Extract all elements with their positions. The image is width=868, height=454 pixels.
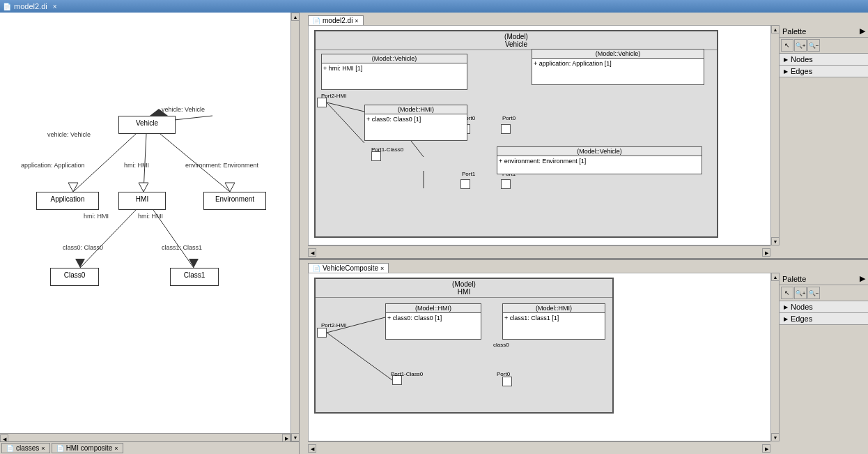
palette-nodes-section2[interactable]: ▶ Nodes xyxy=(780,301,868,313)
top-scroll-left[interactable]: ◀ xyxy=(308,248,316,257)
bottom-scroll-track xyxy=(316,444,762,453)
bottom-scrollbar-v[interactable]: ▲ ▼ xyxy=(770,273,779,441)
bottom-model-title: (Model) HMI xyxy=(316,279,612,298)
class-diagram-area: vehicle: Vehicle vehicle: Vehicle applic… xyxy=(0,13,299,441)
node-class0[interactable]: Class0 xyxy=(50,268,99,286)
top-scroll-up[interactable]: ▲ xyxy=(771,25,780,33)
top-scrollbar-h[interactable]: ◀ ▶ xyxy=(308,245,770,258)
palette-edges-section[interactable]: ▶ Edges xyxy=(780,66,868,77)
palette-bottom-expand[interactable]: ▶ xyxy=(860,274,865,283)
tab-classes[interactable]: 📄 classes × xyxy=(1,443,50,453)
tab-model2-close[interactable]: × xyxy=(355,17,358,24)
bottom-hmi-class0-title: (Model::HMI) xyxy=(386,304,481,313)
bottom-hmi-class0-box: (Model::HMI) + class0: Class0 [1] xyxy=(385,303,481,340)
arrow-environment xyxy=(225,183,235,192)
palette-edges-section2[interactable]: ▶ Edges xyxy=(780,313,868,325)
edge-label-environment: environment: Environment xyxy=(185,162,259,169)
zoom-in-tool2[interactable]: 🔍+ xyxy=(794,287,807,299)
top-scroll-right[interactable]: ▶ xyxy=(762,248,770,257)
zoom-in-tool[interactable]: 🔍+ xyxy=(794,39,807,52)
top-scroll-down[interactable]: ▼ xyxy=(771,237,780,245)
palette-top-header: Palette ▶ xyxy=(780,25,868,38)
port1-class0-box[interactable] xyxy=(371,151,381,161)
tab-classes-close[interactable]: × xyxy=(41,445,45,452)
palette-nodes-triangle: ▶ xyxy=(784,56,788,63)
node-hmi[interactable]: HMI xyxy=(118,192,166,210)
node-environment-label: Environment xyxy=(204,192,265,206)
zoom-out-tool[interactable]: 🔍− xyxy=(807,39,820,52)
palette-bottom: Palette ▶ ↖ 🔍+ 🔍− ▶ Nodes ▶ Edges xyxy=(779,273,868,441)
title-bar-icon: 📄 xyxy=(3,3,11,10)
edge-vehicle-environment xyxy=(160,134,230,192)
port1-right-box[interactable] xyxy=(501,179,511,189)
inner-hmi-box: (Model::HMI) + class0: Class0 [1] xyxy=(364,105,467,141)
bottom-inner-svg xyxy=(316,279,612,412)
palette-top-label: Palette xyxy=(782,27,806,36)
scroll-up-btn[interactable]: ▲ xyxy=(291,13,300,21)
tab-hmi-label: HMI composite xyxy=(66,444,113,452)
bottom-model-outer: (Model) HMI Port2-HMI (Model::HMI) + cla… xyxy=(314,278,614,414)
node-hmi-label: HMI xyxy=(119,192,165,206)
palette-bottom-label: Palette xyxy=(782,275,806,283)
palette-nodes-label2: Nodes xyxy=(791,303,813,311)
tab-vehicle-composite[interactable]: 📄 VehicleComposite × xyxy=(308,263,389,273)
bottom-port2-hmi[interactable] xyxy=(317,328,327,338)
node-class0-label: Class0 xyxy=(51,268,98,282)
tab-hmi-composite[interactable]: 📄 HMI composite × xyxy=(52,443,123,453)
palette-top-tools: ↖ 🔍+ 🔍− xyxy=(780,38,868,54)
palette-edges-triangle2: ▶ xyxy=(784,316,788,322)
tab-hmi-close[interactable]: × xyxy=(114,445,118,452)
scroll-down-btn[interactable]: ▼ xyxy=(291,433,300,441)
left-panel: vehicle: Vehicle vehicle: Vehicle applic… xyxy=(0,13,300,454)
port1-left-box[interactable] xyxy=(460,179,470,189)
edge-hmi-class1 xyxy=(153,210,194,268)
top-scrollbar-v[interactable]: ▲ ▼ xyxy=(770,25,779,245)
select-tool[interactable]: ↖ xyxy=(781,39,793,52)
bottom-hmi-class0-attr: + class0: Class0 [1] xyxy=(386,313,481,323)
node-application[interactable]: Application xyxy=(36,192,99,210)
edge-label-hmi-class1: hmi: HMI xyxy=(138,213,163,220)
bottom-title-line1: (Model) xyxy=(317,280,611,288)
bottom-scroll-up[interactable]: ▲ xyxy=(771,273,780,281)
inner-vehicle-box: (Model::Vehicle) + hmi: HMI [1] xyxy=(321,54,467,90)
node-application-label: Application xyxy=(37,192,98,206)
inner-vehicle-app-attr: + application: Application [1] xyxy=(532,59,704,68)
node-class1[interactable]: Class1 xyxy=(170,268,219,286)
edge-label-class1: class1: Class1 xyxy=(162,244,202,251)
node-environment[interactable]: Environment xyxy=(203,192,266,210)
palette-nodes-section[interactable]: ▶ Nodes xyxy=(780,54,868,66)
inner-vehicle-env-title: (Model::Vehicle) xyxy=(497,147,702,156)
bottom-scroll-right[interactable]: ▶ xyxy=(762,444,770,453)
port1-left-label: Port1 xyxy=(462,171,475,177)
title-bar-close[interactable]: × xyxy=(53,3,57,10)
zoom-out-tool2[interactable]: 🔍− xyxy=(807,287,820,299)
bottom-scroll-left[interactable]: ◀ xyxy=(308,444,316,453)
port0-right-box[interactable] xyxy=(501,124,511,134)
bottom-diagram-pane: 📄 VehicleComposite × (Model) HMI Port2-H… xyxy=(300,260,868,454)
inner-hmi-attr: + class0: Class0 [1] xyxy=(365,114,467,124)
model-title-line2: Vehicle xyxy=(317,40,715,48)
palette-bottom-header: Palette ▶ xyxy=(780,273,868,285)
palette-edges-label: Edges xyxy=(791,67,812,75)
bottom-port0[interactable] xyxy=(502,377,512,386)
inner-vehicle-env-box: (Model::Vehicle) + environment: Environm… xyxy=(497,146,702,174)
palette-expand-icon[interactable]: ▶ xyxy=(860,27,865,36)
node-vehicle[interactable]: Vehicle xyxy=(118,116,176,134)
select-tool2[interactable]: ↖ xyxy=(781,287,793,299)
tab-vc-close[interactable]: × xyxy=(380,265,384,272)
tab-vc-icon: 📄 xyxy=(313,265,320,272)
tab-model2[interactable]: 📄 model2.di × xyxy=(308,15,364,25)
top-diagram-tab-area: 📄 model2.di × xyxy=(308,13,364,25)
bottom-scrollbar-h[interactable]: ◀ ▶ xyxy=(308,441,770,454)
edge-label-hmi-class0: hmi: HMI xyxy=(84,213,109,220)
left-scrollbar-v[interactable]: ▲ ▼ xyxy=(290,13,299,441)
bottom-scroll-down[interactable]: ▼ xyxy=(771,433,780,441)
left-scrollbar-h[interactable]: ◀ ▶ xyxy=(0,433,290,441)
arrow-class1 xyxy=(189,259,199,268)
bottom-port1-class0-label: Port1-Class0 xyxy=(391,371,423,377)
port-left[interactable] xyxy=(317,98,327,107)
tab-hmi-icon: 📄 xyxy=(56,445,64,452)
inner-vehicle-app-box: (Model::Vehicle) + application: Applicat… xyxy=(532,49,704,85)
edge-vehicle-application xyxy=(73,134,136,192)
model-outer-box: (Model) Vehicle (Model::Vehicle) + hmi: … xyxy=(314,30,718,238)
